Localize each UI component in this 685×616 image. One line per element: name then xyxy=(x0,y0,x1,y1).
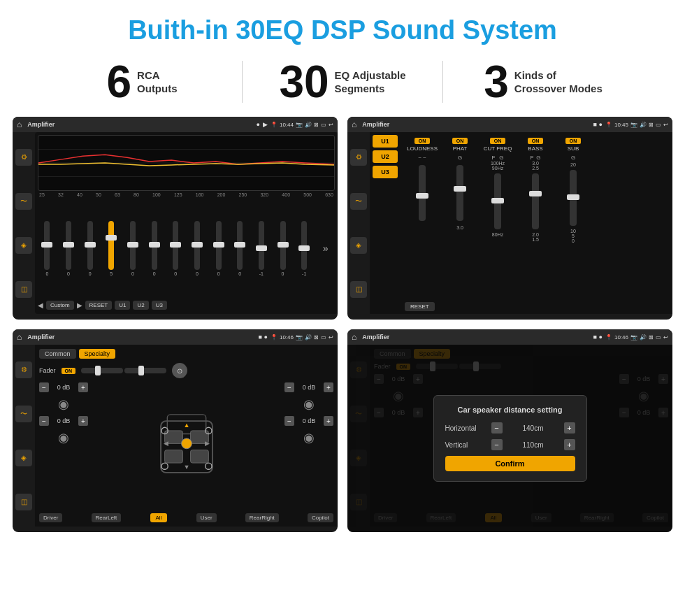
eq-content: 253240506380100125160200250320400500630 … xyxy=(35,132,338,314)
dialog-horizontal-plus[interactable]: + xyxy=(564,422,575,434)
eq-slider-7[interactable]: 0 xyxy=(173,213,178,283)
fader-sidebar-btn-2[interactable]: 〜 xyxy=(15,406,32,422)
fader-sidebar: ⚙ 〜 ◈ ◫ xyxy=(13,345,35,527)
fader-rearleft-btn[interactable]: RearLeft xyxy=(92,513,122,522)
eq-slider-12[interactable]: 0 xyxy=(280,213,286,283)
xover-label-loudness: LOUDNESS xyxy=(407,145,438,152)
xover-slider-sub[interactable] xyxy=(570,170,577,226)
xover-slider-loudness[interactable] xyxy=(419,165,426,221)
confirm-button[interactable]: Confirm xyxy=(445,456,575,471)
fader-back-icon[interactable]: ↩ xyxy=(329,334,333,341)
eq-slider-9[interactable]: 0 xyxy=(216,213,222,283)
dialog-horizontal-row: Horizontal − 140cm + xyxy=(445,422,575,434)
xover-presets: U1 U2 U3 xyxy=(373,135,398,311)
eq-slider-3[interactable]: 0 xyxy=(87,213,93,283)
xover-sidebar-btn-2[interactable]: 〜 xyxy=(350,193,367,210)
stat-label-eq: EQ AdjustableSegments xyxy=(335,69,406,96)
eq-slider-13[interactable]: -1 xyxy=(301,213,307,283)
xover-on-phat[interactable]: ON xyxy=(452,138,468,144)
eq-slider-8[interactable]: 0 xyxy=(194,213,200,283)
xover-on-bass[interactable]: ON xyxy=(528,138,544,144)
fader-minus-1[interactable]: − xyxy=(39,382,49,392)
eq-slider-5[interactable]: 0 xyxy=(130,213,136,283)
eq-prev-icon[interactable]: ◀ xyxy=(38,301,43,309)
fader-db-row-2: − 0 dB + xyxy=(39,416,88,426)
xover-preset-u2[interactable]: U2 xyxy=(373,150,398,163)
xover-on-sub[interactable]: ON xyxy=(565,138,582,144)
dialog-overlay: Car speaker distance setting Horizontal … xyxy=(347,345,672,532)
eq-sidebar-btn-2[interactable]: 〜 xyxy=(15,193,32,210)
fader-sidebar-btn-1[interactable]: ⚙ xyxy=(15,361,32,378)
home-icon[interactable]: ⌂ xyxy=(17,120,22,129)
xover-slider-cutfreq[interactable] xyxy=(494,173,501,229)
tab-specialty[interactable]: Specialty xyxy=(79,349,116,359)
xover-slider-bass[interactable] xyxy=(532,173,539,229)
fader-h-track-2[interactable] xyxy=(124,368,166,373)
eq-slider-4[interactable]: 5 xyxy=(108,213,114,283)
eq-sidebar-btn-3[interactable]: ◈ xyxy=(15,237,32,254)
svg-text:▶: ▶ xyxy=(205,440,210,447)
eq-reset-btn[interactable]: RESET xyxy=(85,301,113,310)
stat-rca: 6 RCAOutputs xyxy=(42,59,242,104)
xover-sidebar-btn-3[interactable]: ◈ xyxy=(350,237,367,254)
xover-sidebar-btn-4[interactable]: ◫ xyxy=(350,281,367,298)
xover-preset-u3[interactable]: U3 xyxy=(373,166,398,178)
dialog-horizontal-minus[interactable]: − xyxy=(491,422,503,434)
fader-copilot-btn[interactable]: Copilot xyxy=(308,513,333,522)
xover-reset-btn[interactable]: RESET xyxy=(405,302,435,311)
xover-sidebar-btn-1[interactable]: ⚙ xyxy=(350,149,367,166)
dialog-vertical-plus[interactable]: + xyxy=(564,439,575,450)
fader-top: Fader ON ⊙ xyxy=(39,363,333,378)
xover-ch-cutfreq: ON CUT FREQ FG 100Hz 90Hz 80Hz xyxy=(480,138,515,237)
dialog-back-icon[interactable]: ↩ xyxy=(663,334,668,341)
eq-u3-btn[interactable]: U3 xyxy=(152,301,167,310)
tab-common[interactable]: Common xyxy=(39,349,76,359)
fader-db-row-3: − 0 dB + xyxy=(284,382,333,392)
fader-on-btn[interactable]: ON xyxy=(62,368,76,374)
dialog-vertical-minus[interactable]: − xyxy=(491,439,503,450)
fader-status-bar: ⌂ Amplifier ■ ● 📍 10:46 📷🔊⊠▭ ↩ xyxy=(13,329,338,345)
fader-user-btn[interactable]: User xyxy=(196,513,217,522)
fader-minus-4[interactable]: − xyxy=(284,416,294,426)
eq-slider-2[interactable]: 0 xyxy=(66,213,71,283)
eq-slider-11[interactable]: -1 xyxy=(259,213,264,283)
xover-preset-u1[interactable]: U1 xyxy=(373,135,398,148)
xover-title: Amplifier xyxy=(362,121,590,128)
fader-sidebar-btn-4[interactable]: ◫ xyxy=(15,494,32,510)
fader-plus-2[interactable]: + xyxy=(78,416,88,426)
fader-home-icon[interactable]: ⌂ xyxy=(17,332,22,342)
xover-slider-phat[interactable] xyxy=(456,165,463,221)
eq-u2-btn[interactable]: U2 xyxy=(133,301,148,310)
fader-plus-1[interactable]: + xyxy=(78,382,88,392)
eq-slider-6[interactable]: 0 xyxy=(152,213,157,283)
eq-custom-btn[interactable]: Custom xyxy=(46,301,74,310)
eq-u1-btn[interactable]: U1 xyxy=(115,301,130,310)
fader-plus-3[interactable]: + xyxy=(324,382,333,392)
fader-plus-4[interactable]: + xyxy=(324,416,333,426)
fader-all-btn[interactable]: All xyxy=(150,513,168,522)
xover-status-bar: ⌂ Amplifier ■ ● 📍 10:45 📷🔊⊠▭ ↩ xyxy=(347,117,672,132)
xover-home-icon[interactable]: ⌂ xyxy=(352,120,356,129)
fader-h-track-1[interactable] xyxy=(81,368,123,373)
eq-bottom-bar: ◀ Custom ▶ RESET U1 U2 U3 xyxy=(38,299,335,311)
fader-settings-icon[interactable]: ⊙ xyxy=(172,363,187,378)
eq-next-icon[interactable]: ▶ xyxy=(77,301,82,309)
eq-slider-10[interactable]: 0 xyxy=(237,213,243,283)
eq-sidebar-btn-1[interactable]: ⚙ xyxy=(15,149,32,166)
xover-back-icon[interactable]: ↩ xyxy=(663,122,668,128)
rect-icon: ▭ xyxy=(321,122,326,128)
eq-expand[interactable]: » xyxy=(323,213,329,283)
xover-on-loudness[interactable]: ON xyxy=(414,138,431,144)
fader-rearright-btn[interactable]: RearRight xyxy=(245,513,279,522)
fader-minus-3[interactable]: − xyxy=(284,382,294,392)
fader-driver-btn[interactable]: Driver xyxy=(39,513,62,522)
dialog-vertical-label: Vertical xyxy=(445,441,487,449)
dialog-home-icon[interactable]: ⌂ xyxy=(352,332,356,342)
fader-sidebar-btn-3[interactable]: ◈ xyxy=(15,450,32,466)
fader-minus-2[interactable]: − xyxy=(39,416,49,426)
eq-slider-1[interactable]: 0 xyxy=(44,213,50,283)
eq-sidebar-btn-4[interactable]: ◫ xyxy=(15,281,32,298)
back-icon[interactable]: ↩ xyxy=(329,122,333,128)
xover-on-cutfreq[interactable]: ON xyxy=(490,138,506,144)
fader-speaker-icon-1: ◉ xyxy=(39,396,88,412)
